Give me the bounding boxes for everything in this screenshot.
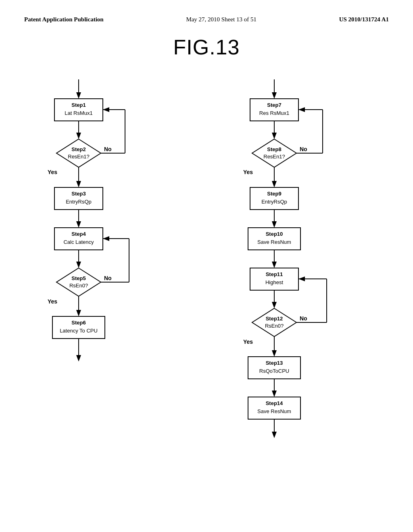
svg-text:Step4: Step4 [71,231,86,237]
svg-marker-17 [76,181,81,187]
svg-text:RsQoToCPU: RsQoToCPU [259,368,289,374]
svg-text:Yes: Yes [243,169,253,175]
svg-text:Step1: Step1 [71,102,86,108]
svg-text:Yes: Yes [243,339,253,345]
svg-marker-58 [298,107,305,112]
svg-text:EntryRsQp: EntryRsQp [66,199,92,205]
svg-text:Step10: Step10 [266,231,283,237]
svg-text:No: No [300,146,307,152]
svg-text:EntryRsQp: EntryRsQp [261,199,287,205]
figure-title: FIG.13 [0,35,413,59]
svg-text:Step5: Step5 [71,275,86,281]
svg-text:Res RsMux1: Res RsMux1 [259,110,289,116]
svg-marker-45 [272,92,277,99]
header-date-sheet: May 27, 2010 Sheet 13 of 51 [186,16,257,23]
svg-marker-43 [76,355,81,362]
svg-text:Step14: Step14 [266,400,283,406]
svg-marker-92 [272,391,277,397]
svg-marker-71 [272,262,277,268]
svg-text:Save ResNum: Save ResNum [257,239,291,245]
svg-marker-87 [272,350,277,357]
svg-marker-77 [252,308,296,337]
svg-marker-97 [272,432,277,438]
svg-marker-84 [298,276,305,281]
svg-marker-61 [272,181,277,187]
svg-text:Step9: Step9 [267,191,281,197]
svg-text:Save ResNum: Save ResNum [257,408,291,414]
svg-text:Step6: Step6 [71,320,86,326]
flowchart-diagram: Step1 Lat RsMux1 Step2 ResEn1? No Yes St… [0,67,413,523]
svg-text:Latency To CPU: Latency To CPU [60,328,98,334]
svg-marker-51 [252,139,296,167]
svg-text:Step7: Step7 [267,102,281,108]
svg-text:ResEn1?: ResEn1? [263,154,285,160]
svg-marker-28 [56,268,101,296]
svg-marker-27 [76,262,81,268]
svg-text:Lat RsMux1: Lat RsMux1 [65,110,92,116]
svg-marker-50 [272,133,277,139]
svg-text:No: No [104,275,112,281]
svg-marker-1 [76,92,81,99]
svg-text:Yes: Yes [48,298,57,305]
svg-marker-7 [56,139,101,167]
svg-text:Calc Latency: Calc Latency [63,239,94,245]
svg-text:RsEn0?: RsEn0? [69,283,88,289]
svg-text:Highest: Highest [265,279,283,285]
svg-marker-6 [76,133,81,139]
svg-text:Yes: Yes [48,169,57,175]
svg-marker-35 [103,236,109,241]
svg-text:Step11: Step11 [266,271,283,277]
svg-text:No: No [300,315,307,322]
svg-text:Step2: Step2 [71,146,86,152]
svg-marker-14 [103,107,109,112]
svg-marker-66 [272,221,277,228]
svg-text:Step12: Step12 [266,316,283,322]
svg-text:Step13: Step13 [266,360,283,366]
page-header: Patent Application Publication May 27, 2… [0,0,413,23]
svg-marker-22 [76,221,81,228]
svg-text:ResEn1?: ResEn1? [68,154,89,160]
svg-text:Step3: Step3 [71,191,86,197]
svg-marker-76 [272,302,277,308]
header-publication-label: Patent Application Publication [24,16,104,23]
svg-text:RsEn0?: RsEn0? [265,323,284,329]
svg-text:Step8: Step8 [267,146,281,152]
svg-text:No: No [104,146,112,152]
svg-marker-38 [76,310,81,316]
header-patent-number: US 2010/131724 A1 [339,16,389,23]
